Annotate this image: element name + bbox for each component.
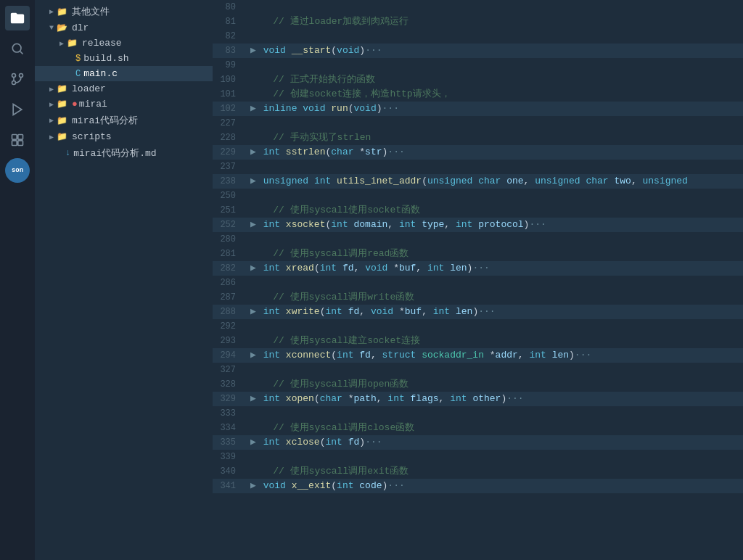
line-83[interactable]: 83 ▶ void __start(void)···	[213, 44, 743, 58]
extensions-icon[interactable]	[5, 128, 30, 152]
line-content	[245, 363, 743, 377]
sidebar: ▶ 📁 其他文件 ▼ 📂 dlr ▶ 📁 release $ build.sh …	[35, 0, 213, 560]
sidebar-item-main-c[interactable]: C main.c	[35, 66, 213, 81]
line-content: ▶ int xwrite(int fd, void *buf, int len)…	[245, 305, 743, 319]
svg-point-2	[12, 74, 16, 78]
line-content: ▶ void x__exit(int code)···	[245, 479, 743, 493]
search-icon[interactable]	[5, 36, 30, 61]
line-number: 102	[213, 102, 245, 116]
sidebar-item-label: scripts	[72, 131, 112, 142]
line-number: 282	[213, 261, 245, 276]
sidebar-item-label: mirai代码分析.md	[73, 147, 156, 160]
line-228: 228 // 手动实现了strlen	[213, 131, 743, 145]
line-252[interactable]: 252 ▶ int xsocket(int domain, int type, …	[213, 218, 743, 232]
line-number: 333	[213, 406, 245, 421]
line-content: ▶ void __start(void)···	[245, 44, 743, 58]
line-number: 251	[213, 203, 245, 218]
folder-icon: 📁	[57, 99, 67, 110]
line-number: 329	[213, 392, 245, 406]
line-251: 251 // 使用syscall使用socket函数	[213, 203, 743, 218]
line-340: 340 // 使用syscall调用exit函数	[213, 464, 743, 479]
line-number: 341	[213, 479, 245, 493]
line-number: 99	[213, 58, 245, 73]
sidebar-item-mirai-md[interactable]: ↓ mirai代码分析.md	[35, 144, 213, 162]
sidebar-item-dlr[interactable]: ▼ 📂 dlr	[35, 20, 213, 36]
line-content: ▶ int sstrlen(char *str)···	[245, 145, 743, 160]
svg-point-4	[12, 81, 16, 85]
sidebar-item-mirai-analysis[interactable]: ▶ 📁 mirai代码分析	[35, 112, 213, 129]
line-294[interactable]: 294 ▶ int xconnect(int fd, struct sockad…	[213, 348, 743, 363]
svg-line-1	[20, 52, 23, 54]
sh-icon: $	[75, 54, 81, 64]
line-content: // 手动实现了strlen	[245, 131, 743, 145]
svg-marker-6	[13, 104, 22, 115]
sidebar-item-release[interactable]: ▶ 📁 release	[35, 36, 213, 51]
line-80: 80	[213, 0, 743, 15]
line-280: 280	[213, 232, 743, 247]
line-number: 339	[213, 450, 245, 464]
line-293: 293 // 使用syscall建立socket连接	[213, 334, 743, 348]
line-335[interactable]: 335 ▶ int xclose(int fd)···	[213, 435, 743, 450]
line-250: 250	[213, 189, 743, 203]
sidebar-item-scripts[interactable]: ▶ 📁 scripts	[35, 129, 213, 144]
line-number: 100	[213, 73, 245, 87]
line-101: 101 // 创建socket连接，构造http请求头，	[213, 87, 743, 102]
line-number: 82	[213, 29, 245, 44]
svg-point-3	[20, 74, 23, 78]
line-content: ▶ inline void run(void)···	[245, 102, 743, 116]
chevron-right-icon: ▶	[49, 116, 54, 125]
line-238[interactable]: 238 ▶ unsigned int utils_inet_addr(unsig…	[213, 174, 743, 189]
sidebar-item-mirai[interactable]: ▶ 📁 ● mirai	[35, 96, 213, 112]
sidebar-item-loader[interactable]: ▶ 📁 loader	[35, 81, 213, 96]
line-content	[245, 0, 743, 15]
line-number: 288	[213, 305, 245, 319]
line-102[interactable]: 102 ▶ inline void run(void)···	[213, 102, 743, 116]
source-control-icon[interactable]	[5, 67, 30, 91]
chevron-right-icon: ▶	[49, 133, 54, 141]
line-number: 81	[213, 15, 245, 29]
chevron-right-icon: ▶	[49, 85, 54, 94]
chevron-right-icon: ▶	[59, 39, 64, 48]
line-229[interactable]: 229 ▶ int sstrlen(char *str)···	[213, 145, 743, 160]
c-icon: C	[75, 69, 81, 79]
line-number: 327	[213, 363, 245, 377]
line-339: 339	[213, 450, 743, 464]
line-288[interactable]: 288 ▶ int xwrite(int fd, void *buf, int …	[213, 305, 743, 319]
json-badge-icon[interactable]: son	[5, 158, 30, 183]
folder-icon: 📂	[57, 22, 67, 33]
line-number: 80	[213, 0, 245, 15]
line-281: 281 // 使用syscall调用read函数	[213, 247, 743, 261]
line-329[interactable]: 329 ▶ int xopen(char *path, int flags, i…	[213, 392, 743, 406]
files-icon[interactable]	[5, 6, 30, 30]
chevron-down-icon: ▼	[49, 24, 54, 32]
sidebar-item-label: mirai	[79, 99, 107, 110]
line-292: 292	[213, 319, 743, 334]
sidebar-item-other-files[interactable]: ▶ 📁 其他文件	[35, 3, 213, 20]
run-icon[interactable]	[5, 97, 30, 122]
line-content	[245, 406, 743, 421]
line-number: 250	[213, 189, 245, 203]
line-282[interactable]: 282 ▶ int xread(int fd, void *buf, int l…	[213, 261, 743, 276]
line-227: 227	[213, 116, 743, 131]
line-content: // 使用syscall调用exit函数	[245, 464, 743, 479]
line-content	[245, 29, 743, 44]
svg-rect-7	[12, 135, 17, 140]
line-327: 327	[213, 363, 743, 377]
line-287: 287 // 使用syscall调用write函数	[213, 290, 743, 305]
sidebar-item-build-sh[interactable]: $ build.sh	[35, 51, 213, 66]
svg-rect-10	[18, 141, 23, 146]
sidebar-item-label: loader	[72, 83, 106, 94]
line-99: 99	[213, 58, 743, 73]
line-341[interactable]: 341 ▶ void x__exit(int code)···	[213, 479, 743, 493]
code-area[interactable]: 80 81 // 通过loader加载到肉鸡运行 82 83 ▶ void __…	[213, 0, 743, 560]
line-number: 334	[213, 421, 245, 435]
line-number: 238	[213, 174, 245, 189]
line-content: // 使用syscall调用read函数	[245, 247, 743, 261]
line-number: 237	[213, 160, 245, 174]
line-286: 286	[213, 276, 743, 290]
line-content: // 通过loader加载到肉鸡运行	[245, 15, 743, 29]
sidebar-item-label: main.c	[83, 68, 118, 79]
line-328: 328 // 使用syscall调用open函数	[213, 377, 743, 392]
line-number: 328	[213, 377, 245, 392]
line-82: 82	[213, 29, 743, 44]
